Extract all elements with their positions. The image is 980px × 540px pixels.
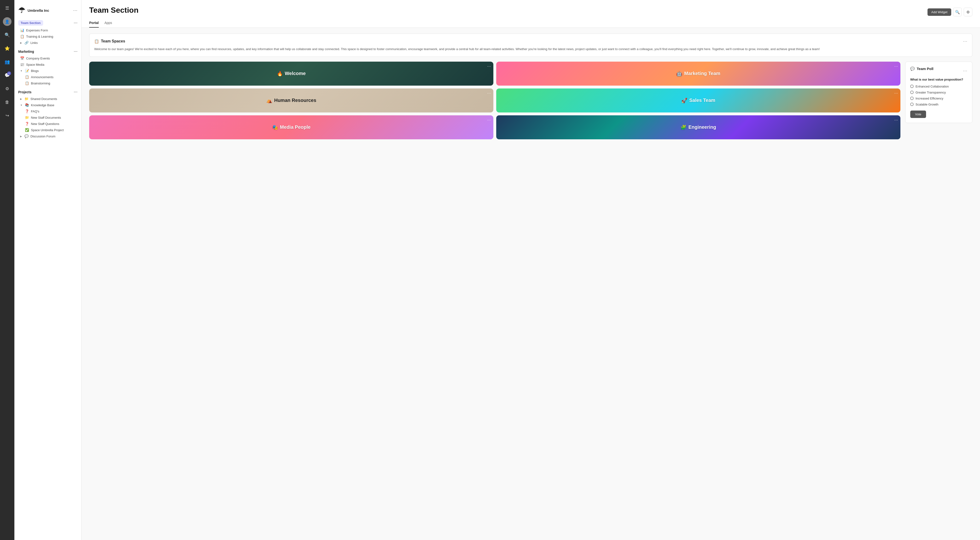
poll-card: 💬 Team Poll ⋯ What is our best value pro… [905,62,972,123]
poll-radio-3[interactable] [910,97,913,100]
search-nav-button[interactable]: 🔍 [3,31,11,39]
poll-header: 💬 Team Poll ⋯ [910,67,967,75]
marketing-card-label: 🤖 Marketing Team [676,71,721,76]
poll-radio-1[interactable] [910,84,913,88]
people-button[interactable]: 👥 [3,57,11,66]
shared-docs-icon: 📁 [24,97,29,101]
brainstorming-icon: 📋 [25,81,29,85]
people-icon: 👥 [5,59,10,64]
signout-button[interactable]: ↪ [3,111,11,120]
user-avatar[interactable]: 👤 [3,17,11,26]
sidebar-item-announcements[interactable]: 📋 Announcements [14,74,81,80]
projects-more[interactable]: ⋯ [73,90,78,94]
sidebar-item-shared-docs[interactable]: ▶ 📁 Shared Documents [14,96,81,102]
engineering-emoji: 🧩 [681,124,687,130]
team-spaces-card: 📋 Team Spaces ⋯ Welcome to our team page… [89,33,972,57]
search-nav-icon: 🔍 [5,32,10,38]
company-events-icon: 📅 [20,56,24,60]
sidebar-item-new-staff-questions[interactable]: ❓ New Staff Questions [14,121,81,127]
workspace-logo[interactable]: ☂ Umbrella Inc [18,6,49,15]
settings-nav-icon: ⚙ [5,86,9,91]
engineering-card-more[interactable]: ⋯ [894,118,898,122]
faqs-icon: ❓ [25,109,29,113]
brainstorming-label: Brainstorming [31,81,50,85]
discussion-forum-icon: 💬 [24,134,29,138]
vote-button[interactable]: Vote [910,110,926,118]
sidebar-item-space-media[interactable]: 📰 Space Media [14,61,81,68]
signout-icon: ↪ [5,113,9,118]
poll-radio-2[interactable] [910,91,913,94]
poll-option-2[interactable]: Greater Transparency [910,91,967,94]
marketing-emoji: 🤖 [676,71,682,76]
sidebar-item-new-staff-docs[interactable]: 📁 New Staff Documents [14,115,81,121]
settings-nav-button[interactable]: ⚙ [3,84,11,93]
sidebar-item-space-umbrella[interactable]: ✅ Space Umbrella Project [14,127,81,133]
tab-apps[interactable]: Apps [105,19,112,27]
space-card-engineering[interactable]: ⋯ 🧩 Engineering [496,115,900,139]
sidebar-item-blogs[interactable]: ▼ 📝 Blogs [14,68,81,74]
training-label: Training & Learning [26,35,53,38]
hamburger-menu[interactable]: ☰ [3,4,11,13]
marketing-label: Marketing [18,49,34,54]
marketing-card-more[interactable]: ⋯ [894,64,898,68]
poll-more[interactable]: ⋯ [963,68,967,73]
space-card-hr[interactable]: ⋯ ⛺ Human Resources [89,89,493,113]
welcome-card-more[interactable]: ⋯ [487,64,491,68]
sidebar-item-company-events[interactable]: 📅 Company Events [14,55,81,61]
shared-docs-chevron: ▶ [20,97,22,100]
sidebar-item-expenses-form[interactable]: 📊 Expenses Form [14,27,81,33]
workspace-header: ☂ Umbrella Inc ⋯ [14,4,81,19]
marketing-more[interactable]: ⋯ [73,49,78,54]
space-grid-column: ⋯ 🔥 Welcome ⋯ 🤖 Marketing Team [89,62,900,144]
sidebar-item-discussion-forum[interactable]: ▶ 💬 Discussion Forum [14,133,81,139]
sales-card-more[interactable]: ⋯ [894,91,898,96]
search-button[interactable]: 🔍 [953,8,962,16]
sidebar-section-marketing: Marketing ⋯ 📅 Company Events 📰 Space Med… [14,48,81,86]
messages-button[interactable]: 💬 0 [3,71,11,80]
gear-button[interactable]: ⚙ [964,8,972,16]
sidebar-item-brainstorming[interactable]: 📋 Brainstorming [14,80,81,86]
sidebar-section-team: Team Section ⋯ 📊 Expenses Form 📋 Trainin… [14,19,81,46]
announcements-label: Announcements [31,75,54,79]
company-events-label: Company Events [26,57,50,60]
gear-icon: ⚙ [966,10,970,14]
workspace-menu-button[interactable]: ⋯ [73,8,78,13]
knowledge-base-chevron: ▼ [20,104,22,107]
media-emoji: 🎭 [272,124,278,130]
team-spaces-description: Welcome to our team pages! We're excited… [94,47,967,52]
hr-card-more[interactable]: ⋯ [487,91,491,96]
team-spaces-title: 📋 Team Spaces [94,39,125,44]
media-card-more[interactable]: ⋯ [487,118,491,122]
sidebar-item-training[interactable]: 📋 Training & Learning [14,33,81,40]
poll-option-3[interactable]: Increased Efficiency [910,97,967,100]
team-spaces-more[interactable]: ⋯ [963,38,967,44]
sidebar-item-faqs[interactable]: ❓ FAQ's [14,108,81,115]
poll-option-1[interactable]: Enhanced Collaboration [910,84,967,88]
space-card-sales[interactable]: ⋯ 🚀 Sales Team [496,89,900,113]
projects-section-header: Projects ⋯ [14,88,81,96]
knowledge-base-icon: 📚 [25,103,29,107]
welcome-emoji: 🔥 [277,71,283,76]
sidebar-section-projects: Projects ⋯ ▶ 📁 Shared Documents ▼ 📚 Know… [14,88,81,139]
tab-portal[interactable]: Portal [89,19,99,27]
new-staff-docs-label: New Staff Documents [31,116,61,119]
space-umbrella-label: Space Umbrella Project [31,128,64,132]
trash-button[interactable]: 🗑 [3,98,11,107]
sidebar-item-knowledge-base[interactable]: ▼ 📚 Knowledge Base [14,102,81,108]
space-card-media[interactable]: ⋯ 🎭 Media People [89,115,493,139]
team-spaces-header: 📋 Team Spaces ⋯ [94,38,967,44]
sidebar-item-links[interactable]: ▶ 🔗 Links [14,40,81,46]
knowledge-base-label: Knowledge Base [31,104,54,107]
team-section-label[interactable]: Team Section [18,20,43,25]
poll-radio-4[interactable] [910,103,913,106]
team-section-more[interactable]: ⋯ [73,21,78,25]
space-card-marketing[interactable]: ⋯ 🤖 Marketing Team [496,62,900,86]
space-card-welcome[interactable]: ⋯ 🔥 Welcome [89,62,493,86]
add-widget-button[interactable]: Add Widget [928,8,951,16]
page-title: Team Section [89,6,138,14]
space-media-icon: 📰 [20,62,24,67]
poll-option-4[interactable]: Scalable Growth [910,103,967,106]
projects-label: Projects [18,90,32,94]
icon-bar: ☰ 👤 🔍 ⭐ 👥 💬 0 ⚙ 🗑 ↪ [0,0,14,540]
favorites-button[interactable]: ⭐ [3,44,11,53]
